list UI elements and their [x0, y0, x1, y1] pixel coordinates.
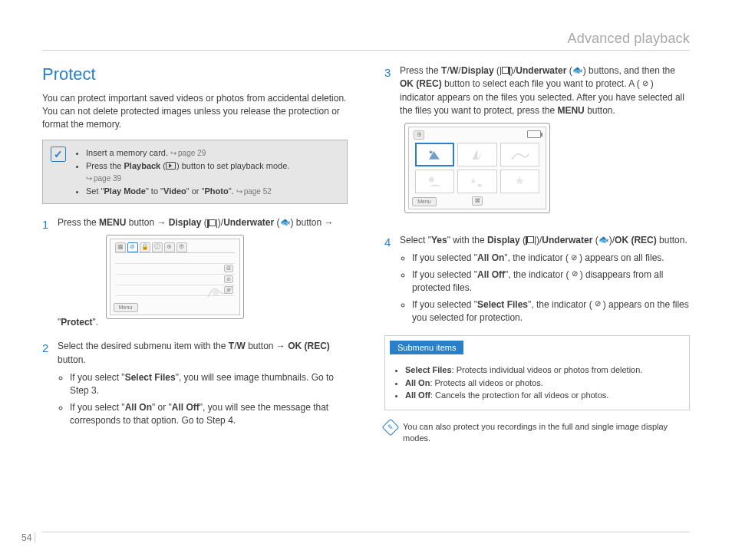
sub-bold: All On — [477, 252, 504, 263]
footer-side-rule — [35, 532, 35, 543]
step-bold: MENU — [99, 217, 126, 228]
step-bold: Yes — [431, 235, 447, 245]
sub-item: If you select "Select Files", you will s… — [70, 371, 348, 398]
submenu-item: Select Files: Protects individual videos… — [405, 364, 681, 377]
page-ref: page 39 — [86, 173, 121, 184]
step-bold: W — [236, 341, 245, 351]
step-bold: OK (REC) — [615, 235, 657, 245]
callout-text: Insert a memory card. — [86, 148, 170, 157]
step-text: ) button — [291, 217, 325, 228]
step-text: Select the desired submenu item with the — [58, 341, 229, 351]
key-icon: ⊘ — [569, 270, 580, 279]
submenu-bold: Select Files — [405, 365, 452, 374]
page-number: 54 — [21, 532, 31, 543]
sub-item: If you select "All On" or "All Off", you… — [70, 401, 348, 428]
callout-text: ) button to set playback mode. — [176, 161, 289, 170]
sub-item: If you selected "All Off", the indicator… — [412, 268, 690, 295]
tab-icon-active: ⊘ — [127, 242, 138, 252]
step-text: button. — [585, 105, 615, 116]
submenu-bold: All Off — [405, 390, 430, 400]
thumbnail-selected — [415, 143, 454, 166]
step-bold: Underwater — [542, 235, 592, 245]
callout-text: Set " — [86, 186, 104, 196]
step-4-sublist: If you selected "All On", the indicator … — [400, 252, 690, 324]
step-1: 1 Press the MENU button → Display ()/Und… — [42, 216, 348, 329]
step-text: Select " — [400, 235, 431, 245]
key-icon: ⊘ — [640, 79, 651, 88]
underwater-icon: 🐟 — [598, 236, 609, 245]
sub-bold: All Off — [172, 402, 199, 413]
sub-bold: All On — [125, 402, 152, 413]
step-number: 1 — [42, 216, 48, 233]
step-text: )/ — [609, 235, 615, 245]
content-columns: Protect You can protect important saved … — [42, 64, 690, 445]
step-text: ( — [566, 65, 572, 76]
screen-menu-label: Menu — [412, 197, 437, 206]
steps-list-left: 1 Press the MENU button → Display ()/Und… — [42, 216, 348, 427]
callout-item: Insert a memory card. page 29 — [86, 147, 289, 160]
step-text: Press the — [400, 65, 441, 76]
thumbnail — [500, 143, 539, 166]
callout-item: Set "Play Mode" to "Video" or "Photo". p… — [86, 185, 289, 198]
thumbnail — [457, 170, 496, 193]
submenu-bold: All On — [405, 378, 430, 387]
sub-text: ) appears on all files. — [579, 252, 664, 263]
battery-icon — [527, 130, 541, 138]
tab-icon: ⓘ — [152, 242, 163, 252]
callout-text: " to " — [146, 186, 163, 196]
sub-bold: Select Files — [125, 372, 176, 383]
arrow: → — [276, 341, 285, 351]
sub-bold: All Off — [477, 269, 505, 280]
tab-icon: ⊕ — [164, 242, 175, 252]
row-chip-icon: ⊞ — [224, 265, 233, 272]
callout-text: ( — [160, 161, 166, 170]
display-icon — [207, 218, 218, 227]
steps-list-right: 3 Press the T/W/Display ()/Underwater (🐟… — [384, 64, 690, 324]
note-icon: ✎ — [382, 418, 400, 436]
sub-item: If you selected "All On", the indicator … — [412, 252, 690, 265]
right-column: 3 Press the T/W/Display ()/Underwater (🐟… — [384, 64, 690, 445]
sub-text: If you selected " — [412, 299, 477, 310]
step-4: 4 Select "Yes" with the Display ()/Under… — [384, 234, 690, 324]
underwater-icon: 🐟 — [572, 66, 583, 75]
svg-point-1 — [430, 150, 433, 153]
step-text: ( — [494, 65, 500, 76]
step-bold: Underwater — [516, 65, 566, 76]
page-ref: page 29 — [170, 147, 206, 159]
callout-bold: Photo — [204, 186, 228, 196]
step-number: 4 — [384, 234, 391, 251]
key-icon: ⊘ — [569, 253, 579, 262]
step-text: ( — [201, 217, 206, 228]
prerequisite-callout: ✓ Insert a memory card. page 29 Press th… — [42, 140, 348, 204]
step-text: button. — [657, 235, 687, 245]
submenu-text: : Cancels the protection for all videos … — [430, 390, 608, 400]
left-column: Protect You can protect important saved … — [42, 64, 348, 445]
step-bold: W — [450, 65, 458, 76]
tab-icon: ▦ — [115, 242, 126, 252]
display-icon — [526, 236, 536, 245]
submenu-text: : Protects individual videos or photos f… — [452, 365, 643, 374]
playback-icon — [166, 161, 176, 170]
screen-mock-2: ⊞ Menu ⊠ — [404, 123, 550, 213]
step-text: button — [246, 341, 276, 351]
sub-text: " or " — [152, 402, 172, 413]
step-bold: Display — [169, 217, 202, 228]
step-2: 2 Select the desired submenu item with t… — [42, 340, 348, 427]
tab-icon: 🔒 — [140, 242, 150, 252]
screen-tab-icon: ⊞ — [414, 130, 424, 140]
step-text: Press the — [58, 217, 99, 228]
screen-illustration — [204, 276, 235, 299]
thumbnail — [415, 170, 454, 193]
step-number: 2 — [42, 340, 48, 357]
step-text: ( — [520, 235, 526, 245]
step-3: 3 Press the T/W/Display ()/Underwater (🐟… — [384, 64, 690, 223]
submenu-heading: Submenu items — [390, 341, 463, 354]
step-text: button to select each file you want to p… — [442, 78, 640, 89]
header-section-title: Advanced playback — [42, 31, 690, 51]
submenu-items-box: Submenu items Select Files: Protects ind… — [384, 335, 690, 410]
sub-text: If you select " — [70, 402, 125, 413]
tab-icon: ⚙ — [176, 242, 187, 252]
step-text: button — [126, 217, 157, 228]
note-text: You can also protect you recordings in t… — [403, 421, 690, 445]
svg-point-2 — [429, 177, 434, 183]
